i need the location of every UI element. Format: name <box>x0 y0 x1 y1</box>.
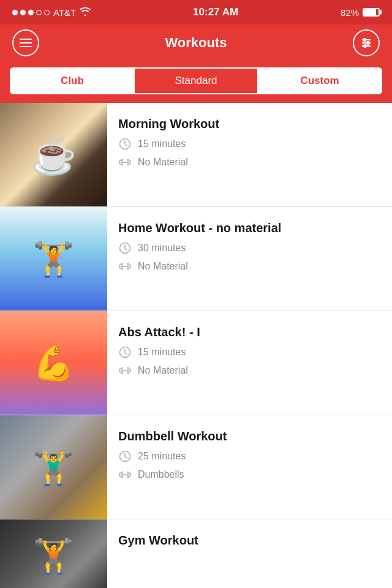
duration-row: 15 minutes <box>118 137 381 151</box>
workout-item[interactable]: Abs Attack! - I 15 minutes <box>0 311 392 415</box>
status-left: AT&T <box>12 7 91 18</box>
page-title: Workouts <box>165 35 227 51</box>
material-row: Dumbbells <box>118 468 381 481</box>
workout-name: Gym Workout <box>118 533 381 548</box>
dot-2 <box>20 10 26 15</box>
battery-percent: 82% <box>341 7 359 18</box>
workout-meta: 25 minutes Dumbbells <box>118 450 381 481</box>
material-row: No Material <box>118 364 381 377</box>
workout-info: Dumbbell Workout 25 minutes <box>107 415 392 519</box>
workout-thumbnail <box>0 519 107 588</box>
dot-3 <box>28 10 34 15</box>
workout-thumbnail <box>0 103 107 206</box>
svg-point-5 <box>364 45 366 47</box>
status-time: 10:27 AM <box>193 6 238 18</box>
material-label: Dumbbells <box>138 469 184 480</box>
duration-row: 15 minutes <box>118 345 381 359</box>
menu-button[interactable] <box>12 29 39 56</box>
clock-icon <box>118 450 132 463</box>
material-label: No Material <box>138 365 188 376</box>
tab-club[interactable]: Club <box>11 69 134 93</box>
duration-label: 25 minutes <box>138 451 186 462</box>
material-row: No Material <box>118 156 381 169</box>
thumb-gym-image <box>0 519 107 588</box>
status-bar: AT&T 10:27 AM 82% <box>0 0 392 24</box>
duration-label: 30 minutes <box>138 243 186 254</box>
duration-label: 15 minutes <box>138 138 186 149</box>
equipment-icon <box>118 156 132 169</box>
svg-point-3 <box>363 39 366 41</box>
dot-4 <box>36 10 42 15</box>
workout-info: Abs Attack! - I 15 minutes <box>107 311 392 415</box>
tab-custom[interactable]: Custom <box>258 69 381 93</box>
thumb-coffee-image <box>0 103 107 206</box>
hamburger-icon <box>20 39 32 40</box>
duration-label: 15 minutes <box>138 347 186 358</box>
workout-meta: 30 minutes No Material <box>118 241 381 273</box>
tab-standard[interactable]: Standard <box>135 69 257 93</box>
workout-name: Dumbbell Workout <box>118 429 381 443</box>
battery-icon <box>363 8 380 17</box>
clock-icon <box>118 137 132 151</box>
workout-meta: 15 minutes No Material <box>118 137 381 169</box>
workout-item[interactable]: Home Workout - no material 30 minutes <box>0 207 392 311</box>
equipment-icon <box>118 260 132 273</box>
workout-info: Home Workout - no material 30 minutes <box>107 207 392 311</box>
battery-fill <box>364 9 376 15</box>
workout-name: Abs Attack! - I <box>118 325 381 339</box>
hamburger-icon <box>20 42 32 43</box>
material-row: No Material <box>118 260 381 273</box>
material-label: No Material <box>138 157 188 168</box>
tabs-container: Club Standard Custom <box>0 61 392 103</box>
workout-item[interactable]: Gym Workout <box>0 519 392 588</box>
thumb-dumbbell-image <box>0 415 107 519</box>
filter-button[interactable] <box>353 29 380 56</box>
equipment-icon <box>118 364 132 377</box>
status-right: 82% <box>341 7 380 18</box>
signal-dots <box>12 10 50 15</box>
workout-item[interactable]: Morning Workout 15 minutes <box>0 103 392 207</box>
material-label: No Material <box>138 261 188 272</box>
workout-name: Home Workout - no material <box>118 221 381 235</box>
workout-list: Morning Workout 15 minutes <box>0 103 392 588</box>
equipment-icon <box>118 468 132 481</box>
workout-info: Gym Workout <box>107 519 392 588</box>
thumb-abs-image <box>0 311 107 415</box>
duration-row: 30 minutes <box>118 241 381 255</box>
clock-icon <box>118 345 132 359</box>
workout-info: Morning Workout 15 minutes <box>107 103 392 206</box>
wifi-icon <box>80 7 91 18</box>
carrier-label: AT&T <box>53 7 76 18</box>
workout-thumbnail <box>0 311 107 415</box>
filter-icon <box>360 36 373 50</box>
duration-row: 25 minutes <box>118 450 381 463</box>
workout-thumbnail <box>0 415 107 519</box>
svg-point-4 <box>367 42 369 44</box>
header: Workouts <box>0 24 392 61</box>
dot-5 <box>44 10 50 15</box>
workout-item[interactable]: Dumbbell Workout 25 minutes <box>0 415 392 519</box>
dot-1 <box>12 10 18 15</box>
clock-icon <box>118 241 132 255</box>
workout-thumbnail <box>0 207 107 311</box>
workout-meta: 15 minutes No Material <box>118 345 381 377</box>
tabs: Club Standard Custom <box>10 67 382 94</box>
thumb-pushup-image <box>0 207 107 311</box>
workout-name: Morning Workout <box>118 116 381 131</box>
hamburger-icon <box>20 46 32 47</box>
